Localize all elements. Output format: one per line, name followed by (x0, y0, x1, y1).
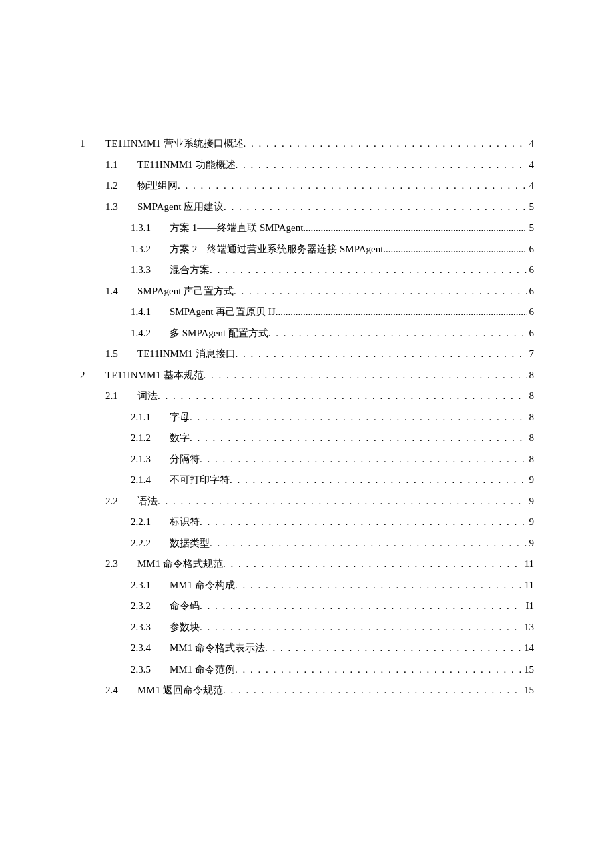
toc-leader-dots (200, 449, 527, 470)
toc-leader-dots (210, 260, 527, 281)
table-of-contents: 1TE11INMM1 营业系统接口概述41.1TE11INMM1 功能概述41.… (80, 133, 534, 701)
toc-entry: 2.2.2数据类型9 (80, 533, 534, 554)
toc-leader-dots (276, 302, 527, 323)
toc-leader-dots (200, 512, 527, 533)
toc-leader-dots (200, 596, 523, 617)
toc-entry-number: 2.3.1 (131, 575, 170, 596)
toc-leader-dots (244, 133, 527, 155)
toc-entry-title: TE11INMM1 营业系统接口概述 (105, 133, 244, 155)
toc-entry-page: 8 (527, 386, 535, 407)
toc-entry-number: 2.3.2 (131, 596, 170, 617)
toc-entry-page: 8 (527, 428, 535, 449)
toc-entry-number: 2.2.1 (131, 512, 170, 533)
toc-entry-page: 11 (522, 554, 534, 575)
toc-entry: 1TE11INMM1 营业系统接口概述4 (80, 133, 534, 155)
toc-entry: 2TE11INMM1 基本规范8 (80, 365, 534, 386)
toc-entry-number: 2.1.3 (131, 449, 170, 470)
toc-entry-number: 1.1 (105, 155, 137, 176)
toc-leader-dots (236, 155, 527, 176)
toc-entry-page: 6 (527, 281, 535, 302)
toc-leader-dots (190, 428, 527, 449)
toc-leader-dots (204, 365, 527, 386)
toc-entry-page: 4 (527, 155, 535, 176)
toc-entry-number: 1.3 (105, 197, 137, 218)
toc-entry-title: 数据类型 (170, 533, 210, 554)
toc-entry-page: 4 (527, 133, 535, 155)
toc-entry-number: 2.2.2 (131, 533, 170, 554)
toc-leader-dots (224, 197, 526, 218)
toc-entry-title: 物理组网 (137, 175, 178, 197)
toc-entry: 1.4SMPAgent 声己置方式6 (80, 281, 534, 302)
toc-entry-page: 5 (527, 197, 535, 218)
toc-entry-number: 1.3.3 (131, 260, 170, 281)
toc-entry-title: 语法 (137, 491, 158, 512)
toc-entry-page: 15 (521, 659, 534, 681)
toc-entry-number: 2 (80, 365, 105, 386)
toc-entry-number: 1.4 (105, 281, 137, 302)
toc-entry-number: 2.2 (105, 491, 137, 512)
toc-entry-title: 方案 1——终端直联 SMPAgent (170, 218, 303, 239)
toc-entry: 1.4.1SMPAgent 再己置原贝 IJ6 (80, 302, 534, 323)
toc-entry-page: 8 (527, 365, 535, 386)
toc-leader-dots (158, 491, 527, 512)
toc-entry: 2.4MM1 返回命令规范15 (80, 680, 534, 701)
toc-entry-title: TE11INMM1 消息接口 (137, 344, 236, 365)
toc-entry: 2.1.4不可打印字符9 (80, 470, 534, 491)
toc-entry-number: 1.5 (105, 344, 137, 365)
toc-entry-title: 词法 (137, 386, 158, 407)
toc-entry-number: 2.1 (105, 386, 137, 407)
toc-entry: 1.2物理组网4 (80, 175, 534, 197)
toc-entry-number: 2.1.4 (131, 470, 170, 491)
toc-leader-dots (383, 239, 526, 260)
toc-entry-title: SMPAgent 应用建议 (137, 197, 224, 218)
toc-entry-page: 9 (527, 512, 535, 533)
toc-entry-number: 2.1.1 (131, 407, 170, 428)
toc-entry: 1.3SMPAgent 应用建议5 (80, 197, 534, 218)
toc-leader-dots (158, 386, 527, 407)
toc-entry-title: 标识符 (170, 512, 200, 533)
toc-entry: 1.3.3混合方案6 (80, 260, 534, 281)
toc-entry-page: 4 (527, 175, 535, 197)
toc-leader-dots (230, 470, 527, 491)
toc-entry-number: 1.4.1 (131, 302, 170, 323)
toc-entry-page: 9 (527, 470, 535, 491)
toc-entry-page: 6 (527, 302, 535, 323)
toc-entry-page: 9 (527, 491, 535, 512)
toc-entry-number: 2.3.4 (131, 638, 170, 659)
toc-entry-title: 命令码 (170, 596, 200, 617)
toc-entry-number: 2.1.2 (131, 428, 170, 449)
toc-entry-page: 6 (527, 239, 535, 260)
toc-entry-title: SMPAgent 声己置方式 (137, 281, 234, 302)
toc-leader-dots (235, 659, 521, 681)
toc-entry-title: SMPAgent 再己置原贝 IJ (170, 302, 276, 323)
toc-entry-title: 参数块 (170, 617, 200, 638)
toc-entry-page: 15 (521, 680, 534, 701)
toc-entry-page: 9 (527, 533, 535, 554)
toc-leader-dots (265, 638, 521, 659)
toc-entry: 1.3.1方案 1——终端直联 SMPAgent5 (80, 218, 534, 239)
toc-entry-page: 14 (521, 638, 534, 659)
toc-leader-dots (190, 407, 527, 428)
toc-entry: 1.4.2多 SMPAgent 配置方式6 (80, 323, 534, 344)
toc-leader-dots (303, 218, 526, 239)
toc-entry-number: 1 (80, 133, 105, 155)
toc-entry-page: 13 (521, 617, 534, 638)
toc-entry-number: 1.4.2 (131, 323, 170, 344)
toc-entry-number: 2.4 (105, 680, 137, 701)
toc-entry: 1.1TE11INMM1 功能概述4 (80, 155, 534, 176)
toc-entry: 2.1.2数字8 (80, 428, 534, 449)
toc-entry-number: 2.3.5 (131, 659, 170, 681)
toc-entry-title: 多 SMPAgent 配置方式 (170, 323, 268, 344)
toc-entry-number: 2.3.3 (131, 617, 170, 638)
toc-entry: 2.3.4MM1 命令格式表示法14 (80, 638, 534, 659)
toc-entry-title: 字母 (170, 407, 190, 428)
toc-entry-title: 不可打印字符 (170, 470, 230, 491)
toc-entry-title: 数字 (170, 428, 190, 449)
toc-entry-page: I1 (523, 596, 535, 617)
toc-entry-title: MM1 命令格式表示法 (170, 638, 265, 659)
toc-entry: 2.3.1MM1 命令构成11 (80, 575, 534, 596)
toc-entry: 2.3MM1 命令格式规范11 (80, 554, 534, 575)
toc-entry: 1.3.2方案 2—终端通过营业系统服务器连接 SMPAgent6 (80, 239, 534, 260)
toc-entry-title: 分隔符 (170, 449, 200, 470)
toc-entry-number: 1.3.2 (131, 239, 170, 260)
